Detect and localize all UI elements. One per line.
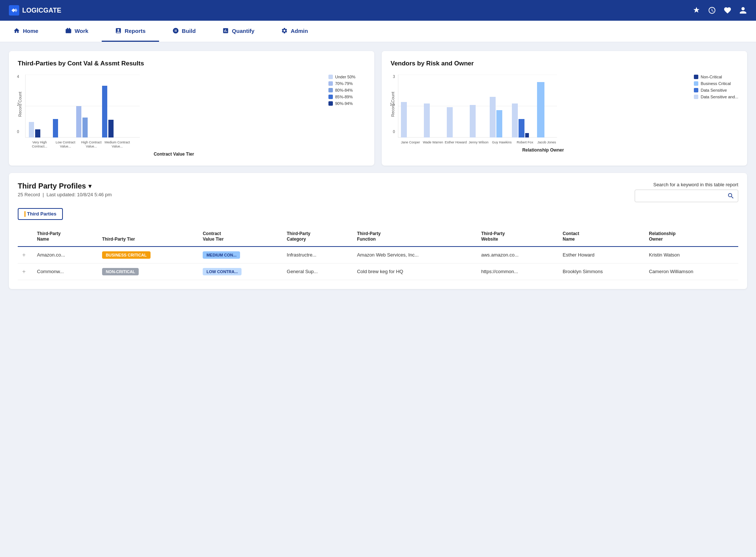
app-logo[interactable]: LOGICGATE <box>9 5 61 16</box>
svg-rect-6 <box>35 129 40 137</box>
chart2-svg <box>398 75 557 137</box>
add-row2-icon[interactable]: + <box>22 268 26 275</box>
chart2-title: Vendors by Risk and Owner <box>391 60 738 67</box>
nav-home[interactable]: Home <box>0 21 52 42</box>
filter-bar: Third Parties <box>18 208 738 220</box>
row2-function: Cold brew keg for HQ <box>352 263 477 280</box>
data-table: Third-PartyName Third-Party Tier Contrac… <box>18 227 738 280</box>
legend-color-2 <box>328 81 333 86</box>
col-add <box>18 227 33 247</box>
row1-contract: MEDIUM CON... <box>198 247 282 264</box>
nav-admin[interactable]: Admin <box>268 21 321 42</box>
legend-color-4 <box>328 95 333 99</box>
col-contract: ContractValue Tier <box>198 227 282 247</box>
chart2-legend-2: Business Critical <box>694 81 738 86</box>
add-row-icon[interactable]: + <box>22 252 26 258</box>
chart2-legend-label-3: Data Sensitive <box>701 88 727 92</box>
col-function: Third-PartyFunction <box>352 227 477 247</box>
svg-rect-11 <box>108 120 114 137</box>
legend-item-3: 80%-84% <box>328 88 365 92</box>
search-input[interactable] <box>635 190 738 202</box>
svg-rect-7 <box>53 119 58 137</box>
x-label-1: Very High Contract... <box>27 140 53 149</box>
row2-name[interactable]: Commonw... <box>33 263 98 280</box>
chart2-legend-label-1: Non-Critical <box>701 75 722 79</box>
filter-btn-indicator <box>24 211 26 217</box>
row2-contract-badge: LOW CONTRA... <box>203 268 242 275</box>
row1-add: + <box>18 247 33 264</box>
table-title-chevron[interactable]: ▾ <box>88 183 91 190</box>
table-card: Third Party Profiles ▾ 25 Record | Last … <box>9 173 747 289</box>
navbar-actions <box>692 6 747 14</box>
chart2-wrap: Record Count 3 1.5 0 <box>391 75 738 153</box>
row1-contact: Esther Howard <box>558 247 644 264</box>
navbar: LOGICGATE <box>0 0 756 21</box>
topnav: Home Work Reports Build Quantify Admin <box>0 21 756 42</box>
nav-work[interactable]: Work <box>52 21 102 42</box>
chart1-legend: Under 50% 70%-79% 80%-84% 85%-89% <box>328 75 365 106</box>
svg-rect-24 <box>525 133 529 137</box>
chart1-title: Third-Parties by Cont Val & Assmt Result… <box>18 60 365 67</box>
row2-tier: NON-CRITICAL <box>98 263 198 280</box>
row2-category: General Sup... <box>282 263 352 280</box>
row2-tier-badge: NON-CRITICAL <box>102 268 139 275</box>
legend-label-4: 85%-89% <box>335 95 353 99</box>
table-header-row: Third-PartyName Third-Party Tier Contrac… <box>18 227 738 247</box>
row1-name[interactable]: Amazon.co... <box>33 247 98 264</box>
table-meta: 25 Record | Last updated: 10/8/24 5:46 p… <box>18 192 112 197</box>
nav-build-label: Build <box>182 28 196 34</box>
row1-category: Infrastructre... <box>282 247 352 264</box>
build-icon <box>172 27 179 34</box>
search-area: Search for a keyword in this table repor… <box>635 182 738 202</box>
search-input-wrap <box>635 190 738 202</box>
chart2-legend: Non-Critical Business Critical Data Sens… <box>694 75 738 99</box>
nav-quantify-label: Quantify <box>232 28 254 34</box>
legend-item-1: Under 50% <box>328 75 365 79</box>
row2-website: https://common... <box>477 263 558 280</box>
row1-tier-badge: BUSINESS CRITICAL <box>102 251 151 259</box>
col-website: Third-PartyWebsite <box>477 227 558 247</box>
row1-function: Amazon Web Services, Inc... <box>352 247 477 264</box>
svg-rect-22 <box>512 103 518 137</box>
chart1-inner: 4 2 0 <box>25 75 323 157</box>
legend-item-4: 85%-89% <box>328 95 365 99</box>
row2-contact: Brooklyn Simmons <box>558 263 644 280</box>
table-row: + Amazon.co... BUSINESS CRITICAL MEDIUM … <box>18 247 738 264</box>
legend-label-2: 70%-79% <box>335 81 353 86</box>
work-icon <box>65 27 72 34</box>
x-label-4: Medium Contract Value... <box>104 140 130 149</box>
chart2-legend-color-3 <box>694 88 698 92</box>
svg-rect-8 <box>76 106 81 137</box>
row2-contract: LOW CONTRA... <box>198 263 282 280</box>
x2-label-6: Robert Fox <box>514 140 537 145</box>
svg-rect-19 <box>470 105 476 137</box>
pin-icon[interactable] <box>692 6 701 14</box>
chart2-legend-label-4: Data Sensitive and... <box>701 95 738 99</box>
nav-build[interactable]: Build <box>159 21 209 42</box>
row1-contract-badge: MEDIUM CON... <box>203 251 240 259</box>
chart2-legend-label-2: Business Critical <box>701 81 730 86</box>
x2-label-1: Jane Cooper <box>399 140 422 145</box>
legend-label-1: Under 50% <box>335 75 355 79</box>
chart2-legend-color-2 <box>694 81 698 86</box>
reports-icon <box>115 27 122 34</box>
legend-color-1 <box>328 75 333 79</box>
chart2-inner: 3 1.5 0 <box>398 75 688 153</box>
history-icon[interactable] <box>708 6 716 14</box>
chart2-legend-color-4 <box>694 95 698 99</box>
svg-rect-5 <box>29 122 34 137</box>
nav-quantify[interactable]: Quantify <box>209 21 268 42</box>
svg-rect-20 <box>490 97 496 137</box>
chart2-legend-3: Data Sensitive <box>694 88 738 92</box>
user-icon[interactable] <box>739 6 747 14</box>
filter-third-parties-btn[interactable]: Third Parties <box>18 208 63 220</box>
chart2-x-title: Relationship Owner <box>398 147 688 153</box>
col-name: Third-PartyName <box>33 227 98 247</box>
nav-reports[interactable]: Reports <box>102 21 159 42</box>
table-row: + Commonw... NON-CRITICAL LOW CONTRA... … <box>18 263 738 280</box>
legend-color-5 <box>328 101 333 106</box>
heart-icon[interactable] <box>723 6 732 14</box>
col-contact: ContactName <box>558 227 644 247</box>
row1-tier: BUSINESS CRITICAL <box>98 247 198 264</box>
chart2-card: Vendors by Risk and Owner Record Count 3… <box>382 51 747 166</box>
